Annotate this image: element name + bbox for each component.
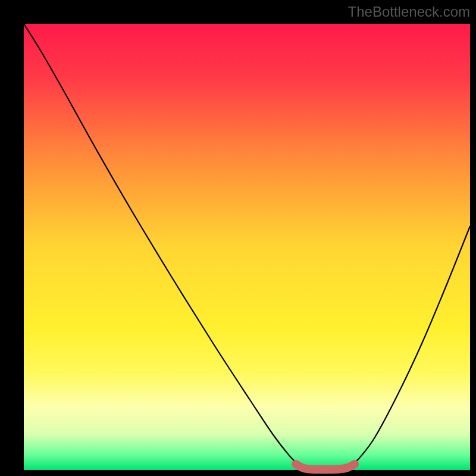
chart-container: TheBottleneck.com: [0, 0, 476, 476]
chart-svg: [0, 0, 476, 476]
plot-area: [24, 24, 470, 470]
watermark-text: TheBottleneck.com: [348, 4, 470, 20]
